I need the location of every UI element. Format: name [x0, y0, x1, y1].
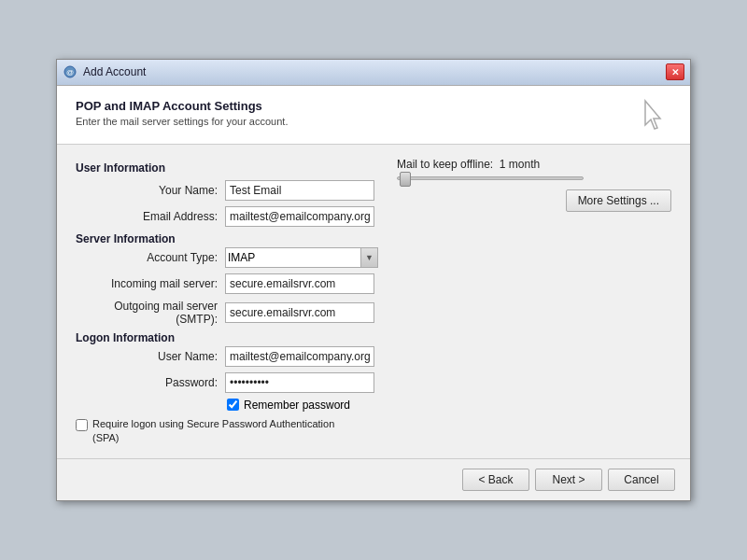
name-input[interactable] — [225, 180, 374, 201]
close-button[interactable]: ✕ — [666, 63, 684, 80]
account-type-row: Account Type: IMAP POP3 ▼ — [76, 247, 378, 268]
slider-container — [397, 176, 671, 180]
spa-label: Require logon using Secure Password Auth… — [92, 417, 354, 446]
window-icon: @ — [63, 64, 78, 79]
svg-marker-2 — [645, 101, 660, 129]
account-type-select-wrapper: IMAP POP3 ▼ — [225, 247, 378, 268]
select-arrow-icon[interactable]: ▼ — [361, 247, 378, 268]
user-info-section-title: User Information — [76, 161, 378, 175]
incoming-server-row: Incoming mail server: — [76, 273, 378, 294]
email-row: Email Address: — [76, 206, 378, 227]
offline-slider-track — [397, 176, 584, 180]
header-title: POP and IMAP Account Settings — [76, 99, 288, 113]
logon-info-section-title: Logon Information — [76, 331, 378, 344]
left-form: User Information Your Name: Email Addres… — [76, 158, 378, 446]
email-label: Email Address: — [76, 210, 225, 223]
outgoing-server-input[interactable] — [225, 302, 374, 323]
remember-password-label: Remember password — [244, 399, 350, 412]
header-text: POP and IMAP Account Settings Enter the … — [76, 99, 288, 127]
name-row: Your Name: — [76, 180, 378, 201]
right-panel: Mail to keep offline: 1 month More Setti… — [378, 158, 671, 446]
outgoing-server-row: Outgoing mail server (SMTP): — [76, 300, 378, 326]
username-row: User Name: — [76, 346, 378, 367]
cancel-button[interactable]: Cancel — [608, 469, 675, 491]
spa-row: Require logon using Secure Password Auth… — [76, 417, 378, 446]
header-subtitle: Enter the mail server settings for your … — [76, 116, 288, 127]
username-label: User Name: — [76, 350, 225, 363]
offline-label: Mail to keep offline: 1 month — [397, 158, 671, 171]
name-label: Your Name: — [76, 184, 225, 197]
incoming-server-input[interactable] — [225, 273, 374, 294]
svg-text:@: @ — [66, 68, 74, 77]
outgoing-label: Outgoing mail server (SMTP): — [76, 300, 225, 326]
footer: < Back Next > Cancel — [57, 458, 690, 500]
more-settings-button[interactable]: More Settings ... — [566, 189, 671, 212]
title-bar: @ Add Account ✕ — [57, 60, 690, 86]
cursor-icon — [638, 99, 671, 133]
password-input[interactable] — [225, 372, 374, 393]
remember-password-checkbox[interactable] — [227, 399, 239, 411]
back-button[interactable]: < Back — [462, 469, 529, 491]
email-input[interactable] — [225, 206, 374, 227]
next-button[interactable]: Next > — [535, 469, 602, 491]
server-info-section-title: Server Information — [76, 232, 378, 245]
spa-checkbox[interactable] — [76, 419, 88, 431]
offline-value: 1 month — [500, 158, 540, 171]
content-area: User Information Your Name: Email Addres… — [57, 145, 690, 459]
add-account-window: @ Add Account ✕ POP and IMAP Account Set… — [56, 59, 691, 502]
account-type-select[interactable]: IMAP POP3 — [225, 247, 361, 268]
username-input[interactable] — [225, 346, 374, 367]
incoming-label: Incoming mail server: — [76, 277, 225, 290]
password-row: Password: — [76, 372, 378, 393]
window-title: Add Account — [83, 65, 146, 78]
remember-password-row: Remember password — [227, 399, 378, 412]
header-section: POP and IMAP Account Settings Enter the … — [57, 86, 690, 145]
password-label: Password: — [76, 376, 225, 389]
title-bar-left: @ Add Account — [63, 64, 146, 79]
account-type-label: Account Type: — [76, 251, 225, 264]
more-settings-row: More Settings ... — [397, 189, 671, 212]
offline-slider-thumb[interactable] — [400, 172, 411, 187]
header-icon — [638, 99, 671, 133]
main-layout: User Information Your Name: Email Addres… — [76, 158, 671, 446]
